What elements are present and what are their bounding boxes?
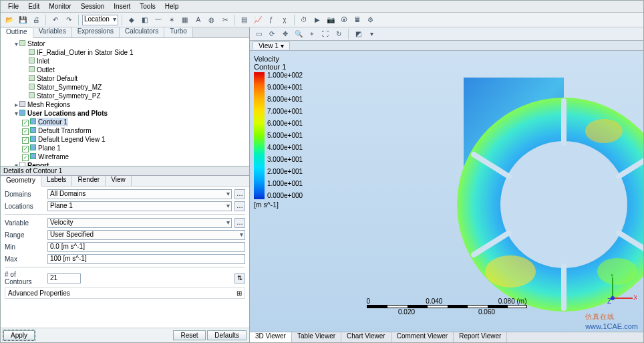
apply-button[interactable]: Apply (3, 330, 35, 340)
checkbox-icon[interactable]: ✓ (22, 137, 29, 144)
camera-icon[interactable]: 📷 (325, 14, 337, 26)
refresh-icon[interactable]: ↻ (333, 28, 345, 40)
select-icon[interactable]: ▭ (253, 28, 265, 40)
details-buttons: Apply Reset Defaults (1, 328, 249, 342)
menu-session[interactable]: Session (77, 2, 108, 11)
dropdown-icon[interactable]: ▾ (365, 28, 377, 40)
menu-file[interactable]: File (5, 2, 22, 11)
tab-view[interactable]: View (106, 176, 132, 186)
menu-help[interactable]: Help (162, 2, 182, 11)
volume-icon[interactable]: ▦ (179, 14, 191, 26)
ncontours-input[interactable]: 21 (47, 273, 81, 283)
checkbox-icon[interactable]: ✓ (22, 154, 29, 161)
text-icon[interactable]: A (192, 14, 204, 26)
tab-render[interactable]: Render (72, 176, 106, 186)
view-tab-1[interactable]: View 1 ▾ (253, 41, 290, 49)
variable-combo[interactable]: Velocity (47, 218, 232, 228)
fit-icon[interactable]: ⛶ (319, 28, 331, 40)
contour-icon[interactable]: ◧ (139, 14, 151, 26)
checkbox-icon[interactable]: ✓ (22, 120, 29, 126)
isosurface-icon[interactable]: ◍ (206, 14, 218, 26)
variable-more-button[interactable]: … (234, 218, 245, 228)
tab-chart-viewer[interactable]: Chart Viewer (341, 332, 391, 342)
3d-viewer[interactable]: Velocity Contour 1 1.000e+002 9.000e+001… (250, 51, 643, 332)
timer-icon[interactable]: ⏱ (298, 14, 310, 26)
turbo-icon[interactable]: ⚙ (365, 14, 377, 26)
legend-tick: 1.000e+001 (267, 181, 303, 187)
checkbox-icon[interactable]: ✓ (22, 128, 29, 135)
tree-user-locations[interactable]: User Locations and Plots (27, 109, 108, 118)
tab-report-viewer[interactable]: Report Viewer (454, 332, 507, 342)
tree-item[interactable]: Inlet (36, 57, 50, 66)
defaults-button[interactable]: Defaults (207, 330, 247, 340)
locations-combo[interactable]: Plane 1 (47, 201, 232, 211)
tab-turbo[interactable]: Turbo (164, 27, 193, 37)
reset-button[interactable]: Reset (173, 330, 205, 340)
chart-icon[interactable]: 📈 (252, 14, 264, 26)
domains-more-button[interactable]: … (234, 189, 245, 199)
legend-tick: 9.000e+001 (267, 84, 303, 91)
tree-item[interactable]: Stator_Symmetry_MZ (36, 83, 102, 92)
menu-monitor[interactable]: Monitor (45, 2, 74, 11)
table-icon[interactable]: ▤ (238, 14, 251, 26)
tree-contour1[interactable]: Contour 1 (37, 118, 68, 126)
zoombox-icon[interactable]: ⌖ (306, 28, 318, 40)
menu-edit[interactable]: Edit (25, 2, 43, 11)
min-label: Min (5, 243, 45, 251)
zoom-icon[interactable]: 🔍 (293, 28, 305, 40)
rotate-icon[interactable]: ⟳ (266, 28, 278, 40)
clip-icon[interactable]: ✂ (219, 14, 231, 26)
checkbox-icon[interactable]: ✓ (22, 146, 29, 152)
tree-item[interactable]: Plane 1 (37, 144, 61, 152)
locations-more-button[interactable]: … (234, 201, 245, 211)
location-combo[interactable]: Location (82, 15, 118, 25)
tree-report[interactable]: Report (27, 161, 49, 166)
expand-icon[interactable]: ⊞ (236, 290, 242, 297)
animate-icon[interactable]: ▶ (311, 14, 323, 26)
tree-mesh-regions[interactable]: Mesh Regions (27, 100, 71, 109)
min-input[interactable]: 0.0 [m s^-1] (47, 242, 245, 252)
menu-insert[interactable]: Insert (110, 2, 134, 11)
highlight-icon[interactable]: ◩ (352, 28, 364, 40)
particle-icon[interactable]: ✶ (166, 14, 178, 26)
tree-item[interactable]: IF_Radial_Outer in Stator Side 1 (36, 48, 134, 57)
tree-item[interactable]: Wireframe (37, 152, 69, 161)
redo-icon[interactable]: ↷ (63, 14, 75, 26)
outline-tree[interactable]: ▾Stator IF_Radial_Outer in Stator Side 1… (1, 38, 249, 166)
legend-title-2: Contour 1 (254, 63, 303, 71)
tree-stator[interactable]: Stator (27, 39, 46, 48)
tab-variables[interactable]: Variables (33, 27, 72, 37)
legend-tick: 4.000e+001 (267, 144, 303, 151)
vector-icon[interactable]: ◆ (126, 14, 138, 26)
max-input[interactable]: 100 [m s^-1] (47, 254, 245, 264)
tab-expressions[interactable]: Expressions (72, 27, 120, 37)
tab-outline[interactable]: Outline (1, 28, 33, 38)
tree-item[interactable]: Outlet (36, 66, 55, 74)
tab-calculators[interactable]: Calculators (120, 27, 164, 37)
tab-3d-viewer[interactable]: 3D Viewer (250, 332, 292, 342)
range-combo[interactable]: User Specified (47, 230, 245, 240)
pan-icon[interactable]: ✥ (279, 28, 291, 40)
open-icon[interactable]: 📂 (3, 14, 15, 26)
tab-labels[interactable]: Labels (41, 176, 72, 186)
tab-comment-viewer[interactable]: Comment Viewer (391, 332, 454, 342)
tab-geometry[interactable]: Geometry (1, 177, 41, 187)
undo-icon[interactable]: ↶ (49, 14, 61, 26)
tree-item[interactable]: Default Legend View 1 (37, 135, 106, 144)
toolbar-primary: 📂 💾 🖨 ↶ ↷ Location ◆ ◧ 〰 ✶ ▦ A ◍ ✂ ▤ 📈 ƒ… (1, 13, 643, 27)
ncontours-label: # of Contours (5, 271, 45, 285)
tree-item[interactable]: Default Transform (37, 126, 92, 135)
calculator-icon[interactable]: 🖩 (351, 14, 363, 26)
print-icon[interactable]: 🖨 (30, 14, 42, 26)
expression-icon[interactable]: ƒ (265, 14, 277, 26)
variable-icon[interactable]: χ (279, 14, 291, 26)
probe-icon[interactable]: ⦿ (338, 14, 350, 26)
save-icon[interactable]: 💾 (17, 14, 29, 26)
streamline-icon[interactable]: 〰 (152, 14, 164, 26)
ncontours-stepper[interactable]: ⇅ (234, 273, 245, 283)
menu-tools[interactable]: Tools (136, 2, 158, 11)
domains-combo[interactable]: All Domains (47, 189, 232, 199)
tree-item[interactable]: Stator_Symmetry_PZ (36, 92, 102, 100)
tab-table-viewer[interactable]: Table Viewer (292, 332, 341, 342)
tree-item[interactable]: Stator Default (36, 74, 78, 83)
